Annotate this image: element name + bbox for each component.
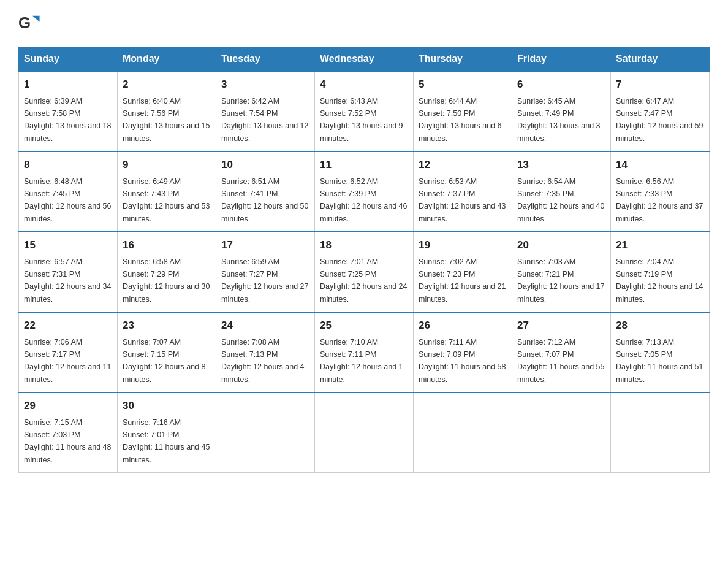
day-cell: 17Sunrise: 6:59 AMSunset: 7:27 PMDayligh… bbox=[216, 232, 315, 312]
day-cell: 11Sunrise: 6:52 AMSunset: 7:39 PMDayligh… bbox=[315, 151, 414, 232]
week-row-5: 29Sunrise: 7:15 AMSunset: 7:03 PMDayligh… bbox=[19, 393, 710, 473]
day-number: 19 bbox=[419, 237, 507, 253]
day-info: Sunrise: 6:54 AMSunset: 7:35 PMDaylight:… bbox=[517, 177, 604, 223]
day-number: 20 bbox=[517, 237, 605, 253]
day-cell: 23Sunrise: 7:07 AMSunset: 7:15 PMDayligh… bbox=[118, 312, 216, 393]
day-info: Sunrise: 6:40 AMSunset: 7:56 PMDaylight:… bbox=[123, 97, 210, 143]
day-cell: 7Sunrise: 6:47 AMSunset: 7:47 PMDaylight… bbox=[611, 71, 710, 151]
day-cell bbox=[611, 393, 710, 473]
day-info: Sunrise: 6:58 AMSunset: 7:29 PMDaylight:… bbox=[123, 258, 210, 304]
logo: G bbox=[18, 12, 44, 34]
day-cell: 16Sunrise: 6:58 AMSunset: 7:29 PMDayligh… bbox=[118, 232, 216, 312]
header-cell-tuesday: Tuesday bbox=[216, 47, 315, 72]
day-number: 6 bbox=[517, 77, 605, 93]
day-number: 27 bbox=[517, 318, 605, 334]
day-cell bbox=[315, 393, 414, 473]
day-cell: 25Sunrise: 7:10 AMSunset: 7:11 PMDayligh… bbox=[315, 312, 414, 393]
day-info: Sunrise: 6:52 AMSunset: 7:39 PMDaylight:… bbox=[320, 177, 407, 223]
svg-text:G: G bbox=[18, 14, 31, 31]
day-cell: 13Sunrise: 6:54 AMSunset: 7:35 PMDayligh… bbox=[512, 151, 611, 232]
week-row-2: 8Sunrise: 6:48 AMSunset: 7:45 PMDaylight… bbox=[19, 151, 710, 232]
day-cell: 19Sunrise: 7:02 AMSunset: 7:23 PMDayligh… bbox=[414, 232, 512, 312]
day-info: Sunrise: 6:51 AMSunset: 7:41 PMDaylight:… bbox=[221, 177, 308, 223]
day-info: Sunrise: 7:08 AMSunset: 7:13 PMDaylight:… bbox=[221, 338, 305, 384]
day-info: Sunrise: 6:44 AMSunset: 7:50 PMDaylight:… bbox=[419, 97, 502, 143]
day-number: 2 bbox=[123, 77, 211, 93]
day-info: Sunrise: 6:47 AMSunset: 7:47 PMDaylight:… bbox=[616, 97, 703, 143]
day-number: 15 bbox=[24, 237, 112, 253]
day-cell: 26Sunrise: 7:11 AMSunset: 7:09 PMDayligh… bbox=[414, 312, 512, 393]
day-info: Sunrise: 6:39 AMSunset: 7:58 PMDaylight:… bbox=[24, 97, 111, 143]
svg-marker-1 bbox=[32, 16, 40, 22]
day-cell: 2Sunrise: 6:40 AMSunset: 7:56 PMDaylight… bbox=[118, 71, 216, 151]
day-info: Sunrise: 6:56 AMSunset: 7:33 PMDaylight:… bbox=[616, 177, 703, 223]
day-number: 22 bbox=[24, 318, 112, 334]
week-row-4: 22Sunrise: 7:06 AMSunset: 7:17 PMDayligh… bbox=[19, 312, 710, 393]
day-number: 25 bbox=[320, 318, 408, 334]
day-cell: 28Sunrise: 7:13 AMSunset: 7:05 PMDayligh… bbox=[611, 312, 710, 393]
day-cell: 22Sunrise: 7:06 AMSunset: 7:17 PMDayligh… bbox=[19, 312, 118, 393]
day-number: 4 bbox=[320, 77, 408, 93]
day-number: 18 bbox=[320, 237, 408, 253]
day-number: 1 bbox=[24, 77, 112, 93]
day-info: Sunrise: 6:53 AMSunset: 7:37 PMDaylight:… bbox=[419, 177, 506, 223]
day-info: Sunrise: 6:49 AMSunset: 7:43 PMDaylight:… bbox=[123, 177, 210, 223]
day-number: 29 bbox=[24, 398, 112, 414]
header-cell-wednesday: Wednesday bbox=[315, 47, 414, 72]
day-number: 14 bbox=[616, 157, 704, 173]
day-cell: 20Sunrise: 7:03 AMSunset: 7:21 PMDayligh… bbox=[512, 232, 611, 312]
day-cell: 12Sunrise: 6:53 AMSunset: 7:37 PMDayligh… bbox=[414, 151, 512, 232]
day-cell: 6Sunrise: 6:45 AMSunset: 7:49 PMDaylight… bbox=[512, 71, 611, 151]
day-number: 5 bbox=[419, 77, 507, 93]
calendar-table: SundayMondayTuesdayWednesdayThursdayFrid… bbox=[18, 47, 710, 473]
header-row: SundayMondayTuesdayWednesdayThursdayFrid… bbox=[19, 47, 710, 72]
day-number: 24 bbox=[221, 318, 309, 334]
calendar-header: SundayMondayTuesdayWednesdayThursdayFrid… bbox=[19, 47, 710, 72]
day-info: Sunrise: 7:10 AMSunset: 7:11 PMDaylight:… bbox=[320, 338, 403, 384]
day-cell: 9Sunrise: 6:49 AMSunset: 7:43 PMDaylight… bbox=[118, 151, 216, 232]
day-number: 21 bbox=[616, 237, 704, 253]
day-number: 16 bbox=[123, 237, 211, 253]
day-info: Sunrise: 7:03 AMSunset: 7:21 PMDaylight:… bbox=[517, 258, 604, 304]
day-cell: 15Sunrise: 6:57 AMSunset: 7:31 PMDayligh… bbox=[19, 232, 118, 312]
day-cell: 4Sunrise: 6:43 AMSunset: 7:52 PMDaylight… bbox=[315, 71, 414, 151]
day-number: 10 bbox=[221, 157, 309, 173]
week-row-1: 1Sunrise: 6:39 AMSunset: 7:58 PMDaylight… bbox=[19, 71, 710, 151]
day-info: Sunrise: 7:13 AMSunset: 7:05 PMDaylight:… bbox=[616, 338, 703, 384]
header-cell-monday: Monday bbox=[118, 47, 216, 72]
day-number: 11 bbox=[320, 157, 408, 173]
day-info: Sunrise: 6:43 AMSunset: 7:52 PMDaylight:… bbox=[320, 97, 403, 143]
header-cell-saturday: Saturday bbox=[611, 47, 710, 72]
day-number: 7 bbox=[616, 77, 704, 93]
day-cell: 10Sunrise: 6:51 AMSunset: 7:41 PMDayligh… bbox=[216, 151, 315, 232]
day-number: 8 bbox=[24, 157, 112, 173]
logo-icon: G bbox=[18, 12, 40, 34]
day-info: Sunrise: 7:12 AMSunset: 7:07 PMDaylight:… bbox=[517, 338, 604, 384]
day-cell: 14Sunrise: 6:56 AMSunset: 7:33 PMDayligh… bbox=[611, 151, 710, 232]
page-header: G bbox=[18, 12, 710, 34]
day-info: Sunrise: 7:11 AMSunset: 7:09 PMDaylight:… bbox=[419, 338, 506, 384]
day-number: 30 bbox=[123, 398, 211, 414]
day-cell: 18Sunrise: 7:01 AMSunset: 7:25 PMDayligh… bbox=[315, 232, 414, 312]
header-cell-sunday: Sunday bbox=[19, 47, 118, 72]
day-number: 3 bbox=[221, 77, 309, 93]
day-cell: 3Sunrise: 6:42 AMSunset: 7:54 PMDaylight… bbox=[216, 71, 315, 151]
day-info: Sunrise: 6:45 AMSunset: 7:49 PMDaylight:… bbox=[517, 97, 601, 143]
day-number: 17 bbox=[221, 237, 309, 253]
day-info: Sunrise: 6:59 AMSunset: 7:27 PMDaylight:… bbox=[221, 258, 308, 304]
calendar-body: 1Sunrise: 6:39 AMSunset: 7:58 PMDaylight… bbox=[19, 71, 710, 473]
day-number: 12 bbox=[419, 157, 507, 173]
day-cell: 29Sunrise: 7:15 AMSunset: 7:03 PMDayligh… bbox=[19, 393, 118, 473]
day-cell: 24Sunrise: 7:08 AMSunset: 7:13 PMDayligh… bbox=[216, 312, 315, 393]
day-info: Sunrise: 7:06 AMSunset: 7:17 PMDaylight:… bbox=[24, 338, 111, 384]
day-cell: 8Sunrise: 6:48 AMSunset: 7:45 PMDaylight… bbox=[19, 151, 118, 232]
day-number: 28 bbox=[616, 318, 704, 334]
day-number: 9 bbox=[123, 157, 211, 173]
day-info: Sunrise: 6:57 AMSunset: 7:31 PMDaylight:… bbox=[24, 258, 111, 304]
day-info: Sunrise: 7:15 AMSunset: 7:03 PMDaylight:… bbox=[24, 418, 111, 464]
day-cell bbox=[414, 393, 512, 473]
day-number: 23 bbox=[123, 318, 211, 334]
day-info: Sunrise: 7:01 AMSunset: 7:25 PMDaylight:… bbox=[320, 258, 407, 304]
day-cell bbox=[512, 393, 611, 473]
header-cell-thursday: Thursday bbox=[414, 47, 512, 72]
